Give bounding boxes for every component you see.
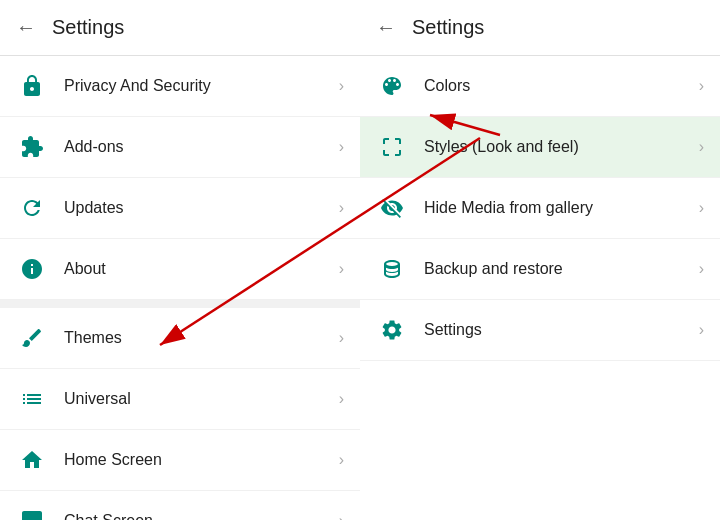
- left-menu-list: Privacy And Security › Add-ons › Updates…: [0, 56, 360, 520]
- right-item-backup-label: Backup and restore: [424, 260, 699, 278]
- chevron-icon: ›: [699, 321, 704, 339]
- left-item-about-label: About: [64, 260, 339, 278]
- home-icon: [16, 444, 48, 476]
- left-panel: ← Settings Privacy And Security › Add-on…: [0, 0, 360, 520]
- right-item-settings-label: Settings: [424, 321, 699, 339]
- main-container: ← Settings Privacy And Security › Add-on…: [0, 0, 720, 520]
- chevron-icon: ›: [699, 138, 704, 156]
- chevron-icon: ›: [339, 138, 344, 156]
- refresh-icon: [16, 192, 48, 224]
- right-item-hidemedia[interactable]: Hide Media from gallery ›: [360, 178, 720, 239]
- right-item-hidemedia-label: Hide Media from gallery: [424, 199, 699, 217]
- left-panel-title: Settings: [52, 16, 124, 39]
- left-item-privacy-label: Privacy And Security: [64, 77, 339, 95]
- lock-icon: [16, 70, 48, 102]
- left-item-universal-label: Universal: [64, 390, 339, 408]
- left-item-chatscreen-label: Chat Screen: [64, 512, 339, 520]
- right-item-styles-label: Styles (Look and feel): [424, 138, 699, 156]
- chevron-icon: ›: [339, 260, 344, 278]
- left-item-homescreen-label: Home Screen: [64, 451, 339, 469]
- chevron-icon: ›: [339, 199, 344, 217]
- right-panel-title: Settings: [412, 16, 484, 39]
- divider: [0, 300, 360, 308]
- puzzle-icon: [16, 131, 48, 163]
- chevron-icon: ›: [339, 390, 344, 408]
- right-back-button[interactable]: ←: [376, 16, 396, 39]
- left-item-chatscreen[interactable]: Chat Screen ›: [0, 491, 360, 520]
- left-item-themes-label: Themes: [64, 329, 339, 347]
- styles-icon: [376, 131, 408, 163]
- brush-icon: [16, 322, 48, 354]
- left-item-about[interactable]: About ›: [0, 239, 360, 300]
- gear-icon: [376, 314, 408, 346]
- right-item-settings[interactable]: Settings ›: [360, 300, 720, 361]
- right-item-styles[interactable]: Styles (Look and feel) ›: [360, 117, 720, 178]
- right-item-backup[interactable]: Backup and restore ›: [360, 239, 720, 300]
- chevron-icon: ›: [339, 451, 344, 469]
- right-panel: ← Settings Colors › Styles (Look and fee…: [360, 0, 720, 520]
- chevron-icon: ›: [699, 77, 704, 95]
- left-item-updates-label: Updates: [64, 199, 339, 217]
- left-item-homescreen[interactable]: Home Screen ›: [0, 430, 360, 491]
- left-back-button[interactable]: ←: [16, 16, 36, 39]
- eye-icon: [376, 192, 408, 224]
- database-icon: [376, 253, 408, 285]
- chat-icon: [16, 505, 48, 520]
- left-header: ← Settings: [0, 0, 360, 56]
- right-item-colors[interactable]: Colors ›: [360, 56, 720, 117]
- chevron-icon: ›: [339, 329, 344, 347]
- chevron-icon: ›: [339, 77, 344, 95]
- list-icon: [16, 383, 48, 415]
- chevron-icon: ›: [699, 260, 704, 278]
- left-item-addons[interactable]: Add-ons ›: [0, 117, 360, 178]
- right-item-colors-label: Colors: [424, 77, 699, 95]
- chevron-icon: ›: [699, 199, 704, 217]
- right-header: ← Settings: [360, 0, 720, 56]
- info-icon: [16, 253, 48, 285]
- left-item-themes[interactable]: Themes ›: [0, 308, 360, 369]
- chevron-icon: ›: [339, 512, 344, 520]
- palette-icon: [376, 70, 408, 102]
- right-menu-list: Colors › Styles (Look and feel) › Hide M…: [360, 56, 720, 520]
- left-item-addons-label: Add-ons: [64, 138, 339, 156]
- left-item-updates[interactable]: Updates ›: [0, 178, 360, 239]
- left-item-universal[interactable]: Universal ›: [0, 369, 360, 430]
- left-item-privacy[interactable]: Privacy And Security ›: [0, 56, 360, 117]
